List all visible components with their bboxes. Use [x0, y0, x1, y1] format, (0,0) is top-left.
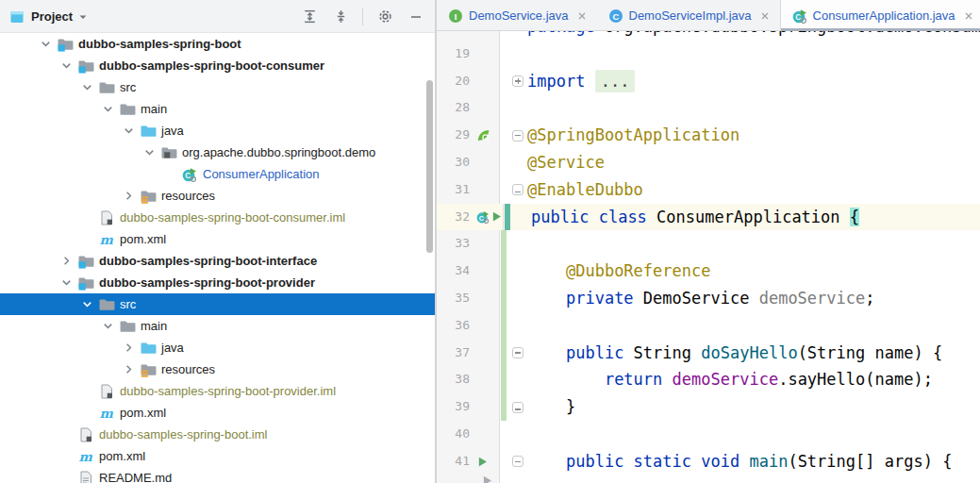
tree-item-java[interactable]: java: [0, 120, 435, 142]
line-number: 36: [437, 312, 474, 340]
svg-text:m: m: [100, 232, 114, 247]
chevron-right-icon[interactable]: [55, 254, 77, 268]
vcs-change-bar: [499, 122, 508, 149]
editor-tab-demoserviceimpl-java[interactable]: CDemoServiceImpl.java: [597, 0, 780, 31]
chevron-down-icon[interactable]: [138, 145, 160, 159]
tree-item-pom-xml[interactable]: mpom.xml: [0, 402, 435, 424]
fold-column: [508, 122, 527, 149]
fold-marker-minus[interactable]: [512, 347, 523, 358]
ide-window: Project dubbo-samples-spring-bootdubbo-s…: [0, 0, 980, 483]
chevron-down-icon[interactable]: [34, 37, 57, 51]
run-gray-icon[interactable]: [481, 475, 493, 483]
vcs-change-bar: [503, 204, 512, 231]
tree-item-dubbo-samples-spring-boot[interactable]: dubbo-samples-spring-boot: [0, 33, 435, 55]
spring-bean-icon[interactable]: [476, 128, 490, 142]
code-text: return demoService.sayHello(name);: [527, 366, 980, 393]
tree-item-resources[interactable]: resources: [0, 185, 435, 207]
chevron-right-icon[interactable]: [117, 362, 140, 376]
tree-item-src[interactable]: src: [0, 293, 435, 315]
chevron-down-icon[interactable]: [75, 80, 98, 94]
fold-marker-end[interactable]: [512, 402, 523, 413]
chevron-right-icon[interactable]: [117, 189, 140, 203]
tree-item-label: dubbo-samples-spring-boot-provider.iml: [120, 384, 336, 398]
code-text: [527, 230, 980, 258]
project-panel-title[interactable]: Project: [31, 9, 73, 24]
editor-tab-demoservice-java[interactable]: IDemoService.java: [437, 0, 597, 31]
code-line-34: 34 @DubboReference: [437, 258, 980, 285]
gutter-icons: [474, 393, 499, 421]
line-number: 29: [437, 122, 474, 149]
close-icon[interactable]: [963, 10, 974, 22]
tree-item-readme-md[interactable]: README.md: [0, 467, 435, 483]
tree-item-dubbo-samples-spring-boot-provider[interactable]: dubbo-samples-spring-boot-provider: [0, 272, 435, 293]
maven-icon: m: [77, 449, 94, 464]
chevron-down-icon[interactable]: [117, 124, 140, 138]
chevron-down-icon[interactable]: [55, 275, 77, 290]
project-toolwindow-icon[interactable]: [9, 9, 25, 25]
gear-icon[interactable]: [375, 8, 394, 26]
tree-item-org-apache-dubbo-springboot-demo[interactable]: org.apache.dubbo.springboot.demo: [0, 142, 435, 163]
chevron-down-icon[interactable]: [76, 10, 90, 24]
run-icon[interactable]: [490, 210, 503, 223]
code-editor[interactable]: package org.apache.dubbo.springboot.demo…: [437, 31, 980, 483]
expand-all-button[interactable]: [300, 8, 319, 26]
module-folder-icon: [77, 253, 94, 269]
module-folder-icon: [57, 36, 74, 52]
tree-item-label: pom.xml: [99, 449, 145, 463]
chevron-down-icon[interactable]: [75, 297, 98, 311]
run-icon[interactable]: [476, 456, 489, 468]
fold-column: [508, 94, 527, 122]
vcs-change-bar: [499, 94, 508, 122]
code-line-28: 28: [437, 94, 980, 122]
collapse-all-button[interactable]: [331, 8, 350, 26]
tree-item-dubbo-samples-spring-boot-provider-iml[interactable]: dubbo-samples-spring-boot-provider.iml: [0, 380, 435, 402]
tree-item-main[interactable]: main: [0, 98, 435, 120]
tree-item-src[interactable]: src: [0, 76, 435, 98]
tree-item-dubbo-samples-spring-boot-consumer[interactable]: dubbo-samples-spring-boot-consumer: [0, 55, 435, 76]
tree-item-pom-xml[interactable]: mpom.xml: [0, 445, 435, 467]
code-text: }: [527, 393, 980, 421]
tree-item-label: dubbo-samples-spring-boot-interface: [99, 254, 317, 268]
tree-item-resources[interactable]: resources: [0, 358, 435, 380]
tree-item-main[interactable]: main: [0, 315, 435, 337]
folder-icon: [98, 296, 115, 312]
code-text: @Service: [527, 149, 980, 176]
tree-item-label: src: [120, 297, 136, 311]
gutter-icons: [474, 448, 499, 475]
tree-item-dubbo-samples-spring-boot-interface[interactable]: dubbo-samples-spring-boot-interface: [0, 250, 435, 272]
vcs-change-bar: [499, 68, 508, 95]
folder-icon: [119, 318, 136, 334]
tree-item-java[interactable]: java: [0, 337, 435, 358]
fold-marker-plus[interactable]: [512, 75, 523, 87]
resources-folder-icon: [140, 361, 157, 377]
fold-marker-end[interactable]: [512, 184, 523, 195]
close-icon[interactable]: [576, 10, 588, 22]
gutter-icons: [474, 340, 499, 367]
tree-item-pom-xml[interactable]: mpom.xml: [0, 228, 435, 250]
maven-icon: m: [98, 232, 115, 247]
tree-scrollbar[interactable]: [426, 80, 433, 253]
fold-marker-minus[interactable]: [512, 456, 523, 467]
tree-item-dubbo-samples-spring-boot-consumer-iml[interactable]: dubbo-samples-spring-boot-consumer.iml: [0, 207, 435, 228]
vcs-change-bar: [499, 448, 508, 475]
chevron-down-icon[interactable]: [96, 102, 119, 116]
spring-boot-small-icon[interactable]: C: [476, 210, 490, 224]
gutter-icons: [474, 94, 499, 122]
svg-text:C: C: [795, 12, 801, 22]
close-icon[interactable]: [759, 10, 771, 22]
fold-marker-minus[interactable]: [512, 130, 523, 142]
iml-file-icon: [98, 210, 115, 225]
tree-item-consumerapplication[interactable]: CConsumerApplication: [0, 163, 435, 185]
project-tool-window: Project dubbo-samples-spring-bootdubbo-s…: [0, 0, 435, 483]
chevron-right-icon[interactable]: [117, 341, 140, 355]
line-number: 20: [437, 68, 474, 95]
line-number: 31: [437, 176, 474, 204]
chevron-down-icon[interactable]: [55, 58, 77, 73]
code-line-33: 33: [437, 230, 980, 258]
tab-label: DemoServiceImpl.java: [629, 8, 752, 23]
tree-item-dubbo-samples-spring-boot-iml[interactable]: dubbo-samples-spring-boot.iml: [0, 424, 435, 445]
chevron-down-icon[interactable]: [96, 319, 119, 333]
editor-tab-consumerapplication-java[interactable]: CConsumerApplication.java: [780, 0, 980, 31]
tree-item-label: dubbo-samples-spring-boot.iml: [99, 427, 267, 441]
hide-panel-button[interactable]: [407, 8, 425, 26]
